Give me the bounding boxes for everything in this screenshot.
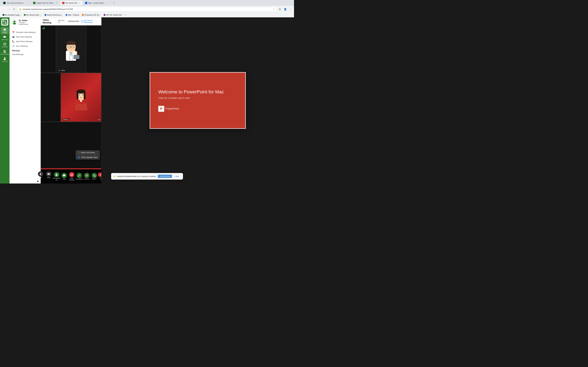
stop-sharing-label: StopSharing — [69, 178, 74, 181]
speaker-view-icon: 👤 — [78, 156, 80, 158]
speaker-view-label: Enter Speaker View — [82, 156, 97, 158]
app-logo[interactable] — [1, 19, 8, 25]
bookmark-dot-sk — [24, 14, 26, 16]
participants-icon — [54, 172, 59, 177]
mute-label: Mute — [39, 177, 42, 179]
svg-line-62 — [40, 174, 40, 174]
sidebar-item-clinic[interactable]: Clinic — [1, 27, 9, 34]
doctor-name: Dr. Gellar — [19, 19, 39, 22]
video-grid: Dr. Gellar — [41, 25, 101, 169]
sidebar-item-account[interactable]: Account — [1, 56, 9, 63]
video-icon: 📹 — [12, 36, 15, 38]
bookmark-icon[interactable]: ☆ — [273, 8, 275, 10]
bookmark-mail[interactable]: Mail - Outlook — [64, 13, 80, 17]
video-cell-left-top — [41, 25, 56, 73]
bookmark-label-account: Virtual Visit Accou... — [47, 14, 63, 16]
menu-label-schedule-video: Schedule Video Meeting — [16, 31, 35, 33]
sidebar-item-consultations[interactable]: Consultations — [1, 49, 9, 56]
dial-in-button[interactable]: Dial In — [91, 172, 98, 181]
svg-rect-16 — [5, 44, 5, 44]
bookmark-virtual-account[interactable]: Virtual Visit Accou... — [43, 13, 64, 17]
svg-point-58 — [81, 96, 82, 97]
tab-close-sk[interactable]: × — [78, 2, 81, 4]
bookmarks-bar: My Zendesk Supp... SK Virtual Visits -..… — [0, 12, 294, 17]
ppt-title: Welcome to PowerPoint for Mac — [158, 89, 237, 95]
participants-button[interactable]: Participants(2) — [53, 171, 60, 182]
address-bar[interactable]: 🔒 ☆ — [17, 7, 277, 11]
bookmark-dot-uat — [104, 14, 105, 16]
tab-favicon-mail — [85, 2, 87, 4]
menu-item-start-phone[interactable]: 📞 Start Phone Meeting — [11, 39, 39, 44]
menu-item-schedule-video[interactable]: 📅 Schedule Video Meeting — [11, 30, 39, 34]
consultations-icon — [3, 50, 7, 53]
meeting-id-label: Meeting ID: — [58, 19, 66, 23]
dial-in-icon — [92, 173, 97, 178]
reload-button[interactable]: ↻ — [12, 7, 17, 11]
ppt-logo-box: P — [158, 106, 164, 112]
menu-item-join[interactable]: 🔗 Join a Meeting — [11, 44, 39, 48]
tab-zendesk[interactable]: View: All unsolved tick... × — [1, 1, 31, 5]
tab-label-mail: Mail - Lorelie Wyatt -... — [88, 2, 106, 4]
app-content-panel: Dr. Gellar Clinician HealthBuddy 📅 Sched… — [9, 17, 41, 184]
record-button[interactable]: Record — [83, 172, 90, 181]
svg-rect-8 — [3, 36, 5, 38]
clinic-icon — [3, 28, 7, 32]
tab-mail[interactable]: Mail - Lorelie Wyatt -... × — [83, 1, 112, 5]
sidebar-item-schedule[interactable]: Schedule — [1, 42, 9, 49]
mute-icon — [38, 171, 43, 177]
enter-speaker-view-option[interactable]: 👤 Enter Speaker View — [76, 155, 100, 159]
address-input[interactable] — [23, 8, 272, 10]
video-meeting-panel: Video Meeting Meeting ID: 64830031909 i … — [41, 17, 101, 184]
bookmarks-more-button[interactable]: » — [123, 13, 127, 17]
svg-rect-73 — [71, 175, 72, 176]
svg-rect-6 — [4, 30, 5, 31]
new-tab-button[interactable]: + — [112, 1, 116, 5]
hide-notification-button[interactable]: Hide — [174, 175, 180, 178]
svg-rect-28 — [44, 27, 45, 29]
ppt-footer: P PowerPoint — [158, 106, 237, 112]
svg-marker-9 — [5, 36, 6, 38]
bookmark-production[interactable]: Production-SK Virt... — [81, 13, 102, 17]
get-join-info-button[interactable]: i Get Join-In Information — [81, 19, 99, 23]
tab-sk-virtual[interactable]: SK Virtual Visit × — [60, 1, 83, 5]
tab-label-zendesk: View: All unsolved tick... — [7, 2, 26, 4]
bookmark-sk-virtual[interactable]: SK Virtual Visits -... — [23, 13, 43, 17]
doctor-avatar — [11, 19, 17, 25]
menu-button[interactable]: ⋮ — [288, 7, 293, 11]
menu-label-start-phone: Start Phone Meeting — [16, 41, 32, 42]
profile-button[interactable]: 👤 — [283, 7, 287, 11]
bookmark-label-mail: Mail - Outlook — [68, 14, 79, 16]
svg-marker-64 — [49, 173, 50, 175]
stop-sharing-button[interactable]: StopSharing — [68, 171, 75, 182]
video-cell-right-top — [86, 25, 101, 73]
stop-sharing-notification-button[interactable]: Stop sharing — [158, 175, 172, 178]
forward-button[interactable]: → — [7, 7, 11, 11]
mute-button[interactable]: Mute — [37, 170, 44, 180]
svg-point-53 — [77, 90, 86, 93]
video-cell-bottom — [41, 122, 101, 169]
ppt-subtitle: 5 tips for a simpler way to work — [158, 97, 237, 99]
video-button[interactable]: Video — [45, 170, 53, 180]
fullscreen-label: Enter Full Screen — [81, 151, 95, 153]
chat-button[interactable]: Chat — [61, 172, 68, 181]
lock-icon: 🔒 — [19, 8, 21, 10]
menu-item-start-video[interactable]: 📹 Start Video Meeting — [11, 34, 39, 39]
annotations-button[interactable]: Annotations — [76, 172, 83, 181]
enter-fullscreen-option[interactable]: ⛶ Enter Full Screen — [76, 150, 100, 155]
menu-item-past-meetings[interactable]: Past Meetings — [11, 52, 39, 57]
svg-rect-15 — [5, 44, 5, 44]
bookmark-zendesk[interactable]: My Zendesk Supp... — [1, 13, 22, 17]
ppt-brand: PowerPoint — [165, 107, 179, 110]
account-icon — [3, 57, 7, 60]
bookmark-uat[interactable]: UAT SK Virtual Visit — [102, 13, 123, 17]
tab-helpful-tips[interactable]: Helpful Tips for Shari... × — [31, 1, 60, 5]
extensions-button[interactable]: ⊞ — [277, 7, 282, 11]
svg-point-56 — [79, 95, 80, 96]
back-button[interactable]: ← — [1, 7, 6, 11]
more-options-button[interactable]: ••• — [98, 119, 100, 121]
tab-close-mail[interactable]: × — [107, 2, 110, 4]
sidebar-item-meet-now[interactable]: Meet Now — [1, 34, 9, 41]
tab-close-zendesk[interactable]: × — [26, 2, 29, 4]
tab-close-helpful[interactable]: × — [56, 2, 58, 4]
tab-bar: View: All unsolved tick... × Helpful Tip… — [0, 0, 294, 6]
